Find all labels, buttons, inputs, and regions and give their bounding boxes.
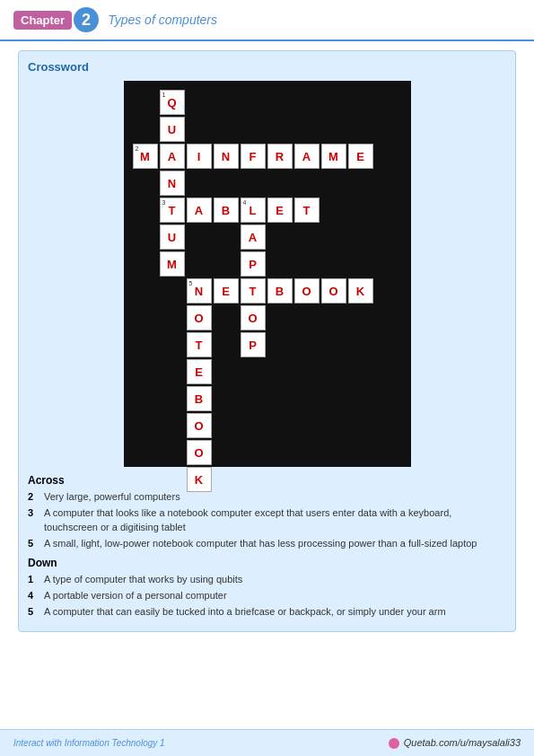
grid-cell-r6c1: U: [160, 224, 185, 250]
grid-cell-r4c1: N: [160, 171, 185, 196]
cell-letter: E: [356, 150, 364, 163]
cell-letter: P: [249, 338, 257, 352]
crossword-title: Crossword: [28, 60, 506, 74]
cell-letter: A: [195, 204, 203, 217]
grid-cell-r3c3: N: [214, 144, 239, 169]
footer-left-text: Interact with Information Technology 1: [13, 738, 165, 748]
grid-cell-r5c4: 4L: [241, 198, 266, 223]
grid-cell-r13c2: O: [187, 413, 212, 438]
cell-letter: M: [328, 150, 338, 163]
grid-cell-r3c7: M: [321, 144, 346, 169]
cell-letter: T: [196, 338, 203, 352]
clue-text: A type of computer that works by using q…: [44, 573, 506, 586]
cell-letter: F: [249, 150, 257, 163]
chapter-label: Chapter: [13, 11, 72, 30]
cell-letter: U: [168, 123, 176, 136]
cell-letter: E: [195, 365, 203, 379]
cell-letter: O: [194, 312, 203, 325]
clues-container: Across 2Very large, powerful computers3A…: [28, 474, 506, 620]
cell-letter: E: [222, 285, 230, 298]
grid-cell-r3c6: A: [294, 144, 320, 169]
cell-letter: E: [276, 204, 284, 217]
grid-cell-r9c2: O: [187, 305, 212, 330]
cell-clue-num: 4: [243, 199, 247, 206]
clue-text: Very large, powerful computers: [44, 490, 506, 504]
across-clue-5: 5A small, light, low-power notebook comp…: [28, 537, 506, 550]
grid-cell-r3c2: I: [187, 144, 212, 169]
cell-letter: T: [303, 204, 311, 217]
grid-cell-r8c5: B: [267, 278, 293, 303]
cell-letter: K: [356, 285, 364, 298]
down-clue-1: 1A type of computer that works by using …: [28, 573, 506, 586]
grid-cell-r8c6: O: [294, 278, 320, 303]
cell-letter: O: [248, 312, 257, 325]
cell-letter: B: [195, 392, 203, 406]
clue-number: 3: [28, 506, 44, 534]
cell-letter: M: [140, 150, 150, 163]
chapter-number: 2: [74, 7, 99, 32]
cell-letter: P: [249, 258, 257, 271]
across-clue-3: 3A computer that looks like a notebook c…: [28, 506, 506, 534]
grid-cell-r8c2: 5N: [187, 278, 212, 303]
down-clue-5: 5A computer that can easily be tucked in…: [28, 605, 506, 619]
grid-cell-r12c2: B: [187, 386, 212, 411]
cell-letter: M: [167, 258, 177, 271]
cell-letter: K: [195, 473, 203, 487]
grid-cell-r2c1: U: [160, 117, 185, 142]
cell-letter: B: [276, 285, 284, 298]
grid-cell-r3c1: A: [160, 144, 185, 169]
clue-number: 5: [28, 605, 44, 619]
grid-cell-r1c1: 1Q: [160, 90, 185, 115]
cell-letter: O: [194, 446, 203, 460]
cell-letter: N: [195, 285, 203, 298]
cell-letter: O: [194, 419, 203, 433]
clue-number: 1: [28, 573, 44, 586]
grid-cell-r11c2: E: [187, 359, 212, 384]
grid-cell-r9c4: O: [241, 305, 266, 330]
cell-letter: O: [302, 285, 311, 298]
page-header: Chapter 2 Types of computers: [0, 0, 534, 41]
grid-cell-r15c2: K: [187, 467, 212, 492]
grid-cell-r5c5: E: [267, 198, 293, 223]
cell-letter: N: [168, 177, 176, 190]
grid-cell-r3c5: R: [267, 144, 293, 169]
grid-cell-r10c2: T: [187, 332, 212, 357]
footer-dot-icon: [389, 738, 399, 749]
across-clue-2: 2Very large, powerful computers: [28, 490, 506, 504]
clue-text: A portable version of a personal compute…: [44, 589, 506, 602]
main-content: Crossword 1QU2MAINFRAMEN3TAB4LETUAMP5NET…: [0, 41, 534, 650]
grid-cell-r6c4: A: [241, 224, 266, 250]
cell-letter: Q: [167, 96, 176, 110]
grid-cell-r14c2: O: [187, 440, 212, 465]
crossword-section: Crossword 1QU2MAINFRAMEN3TAB4LETUAMP5NET…: [18, 50, 516, 632]
clue-number: 4: [28, 589, 44, 602]
clue-text: A computer that looks like a notebook co…: [44, 506, 506, 534]
crossword-grid: 1QU2MAINFRAMEN3TAB4LETUAMP5NETBOOKOOTPEB…: [124, 81, 411, 467]
down-clue-4: 4A portable version of a personal comput…: [28, 589, 506, 602]
grid-cell-r8c8: K: [348, 278, 373, 303]
cell-letter: T: [169, 204, 176, 217]
cell-letter: B: [222, 204, 230, 217]
grid-cell-r3c4: F: [241, 144, 266, 169]
cell-letter: A: [302, 150, 311, 163]
grid-cell-r8c7: O: [321, 278, 346, 303]
grid-cell-r5c6: T: [294, 198, 320, 223]
grid-cell-r8c4: T: [241, 278, 266, 303]
cell-letter: A: [249, 231, 257, 244]
cell-letter: N: [222, 150, 230, 163]
down-title: Down: [28, 557, 506, 569]
cell-letter: U: [168, 231, 176, 244]
cell-letter: O: [328, 285, 337, 298]
clue-text: A computer that can easily be tucked int…: [44, 605, 506, 619]
grid-cell-r7c4: P: [241, 251, 266, 277]
grid-cell-r3c0: 2M: [133, 144, 158, 169]
cell-clue-num: 2: [136, 145, 139, 152]
chapter-title: Types of computers: [108, 13, 217, 27]
cell-clue-num: 5: [189, 280, 193, 286]
cell-clue-num: 1: [162, 92, 166, 98]
footer-right-text: Quetab.com/u/maysalali33: [387, 737, 521, 749]
grid-cell-r7c1: M: [160, 251, 185, 277]
page-footer: Interact with Information Technology 1 Q…: [0, 729, 534, 756]
grid-cell-r5c1: 3T: [160, 198, 185, 223]
grid-cell-r5c2: A: [187, 198, 212, 223]
